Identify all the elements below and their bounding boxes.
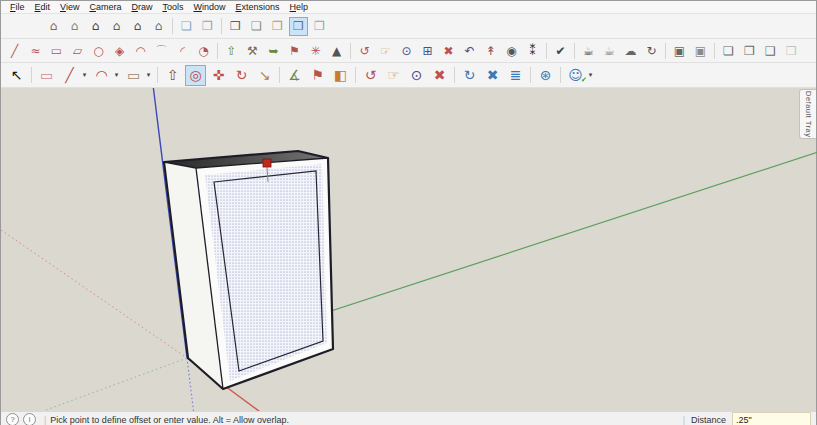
face-style-hidden-line-button[interactable]: ❏ [247,17,266,36]
pan-small-button[interactable]: ☞ [376,41,395,60]
cone-tool-button[interactable]: ▲ [327,41,346,60]
rectangle-tool-button[interactable]: ▭ [123,65,144,86]
menu-draw[interactable]: Draw [126,2,157,12]
menu-tools[interactable]: Tools [157,2,188,12]
face-style-back-edges-button[interactable]: ❐ [198,17,217,36]
rotated-rectangle-sketchy-button[interactable]: ▱ [68,41,87,60]
move-tool-button[interactable]: ✜ [208,65,229,86]
follow-me-sketchy-button[interactable]: ⚒ [243,41,262,60]
scenes-dialog-button[interactable]: ❐ [740,41,759,60]
polygon-sketchy-button[interactable]: ◈ [110,41,129,60]
orbit-tool-button[interactable]: ↺ [360,65,381,86]
component-sync-ext-button[interactable]: ↻ [459,65,480,86]
view-front-button[interactable]: ⌂ [86,17,105,36]
text-tool-button[interactable]: ⚑ [307,65,328,86]
flip-ext-icon: ✖ [487,68,499,82]
zoom-extents-tool-button[interactable]: ✖ [429,65,450,86]
flip-ext-button[interactable]: ✖ [482,65,503,86]
styles-dialog-button[interactable]: ❏ [719,41,738,60]
intersect-ext-button[interactable]: ⊛ [535,65,556,86]
move-tool-icon: ✜ [213,68,225,82]
circle-sketchy-button[interactable]: ○ [89,41,108,60]
rectangle-tool-dropdown[interactable]: ▾ [144,66,153,85]
sign-in-button[interactable]: ☺ [565,65,586,86]
face-style-shaded-textures-button[interactable]: ❒ [289,17,308,36]
line-sketchy-button[interactable]: ╱ [5,41,24,60]
orbit-small-button[interactable]: ↺ [355,41,374,60]
zoom-extents-tool-icon: ✖ [434,68,446,82]
rotated-rectangle-sketchy-icon: ▱ [73,45,82,57]
menu-file[interactable]: File [5,2,30,12]
menu-extensions[interactable]: Extensions [230,2,284,12]
three-point-arc-sketchy-button[interactable]: ◜ [173,41,192,60]
rotate-tool-button[interactable]: ↻ [231,65,252,86]
info-icon[interactable]: i [23,413,36,425]
photo-textures-button[interactable]: ▣ [691,41,710,60]
measurements-box[interactable]: .25" [732,412,811,425]
pie-sketchy-button[interactable]: ◔ [194,41,213,60]
zoom-window-button[interactable]: ⊞ [418,41,437,60]
help-icon[interactable]: ? [6,413,19,425]
tape-measure-tool-button[interactable]: ∡ [284,65,305,86]
face-style-xray-button[interactable]: ❏ [177,17,196,36]
share-model-teapot-icon: ☕ [604,45,615,57]
model-checker-button[interactable]: ✔ [551,41,570,60]
look-around-button[interactable]: ◉ [502,41,521,60]
menu-camera[interactable]: Camera [84,2,126,12]
view-right-button[interactable]: ⌂ [107,17,126,36]
share-model-teapot-button[interactable]: ☕ [600,41,619,60]
view-left-button[interactable]: ⌂ [149,17,168,36]
menu-help[interactable]: Help [285,2,314,12]
offset-tool-button[interactable]: ◎ [185,65,206,86]
zoom-extents-small-button[interactable]: ✖ [439,41,458,60]
toolbar-row3: ↖▭╱▾◠▾▭▾⇧◎✜↻↘∡⚑◧↺☞⊙✖↻✖≣⊛☺▾ [1,63,816,88]
offset-sketchy-button[interactable]: ➥ [264,41,283,60]
modeling-viewport[interactable]: Default Tray [1,88,816,411]
arc-sketchy-button[interactable]: ◠ [131,41,150,60]
push-pull-sketchy-button[interactable]: ⇧ [222,41,241,60]
line-tool-dropdown[interactable]: ▾ [80,66,89,85]
two-point-arc-sketchy-button[interactable]: ⌒ [152,41,171,60]
scale-tool-icon: ↘ [259,68,271,82]
axes-tool-button[interactable]: ✳ [306,41,325,60]
shadows-dialog-button[interactable]: ❑ [761,41,780,60]
view-top-button[interactable]: ⌂ [65,17,84,36]
push-pull-tool-button[interactable]: ⇧ [162,65,183,86]
layer-stack-ext-button[interactable]: ≣ [505,65,526,86]
default-tray-tab[interactable]: Default Tray [799,89,816,139]
paint-bucket-tool-button[interactable]: ◧ [330,65,351,86]
trimble-connect-sync-button[interactable]: ↻ [642,41,661,60]
pan-tool-button[interactable]: ☞ [383,65,404,86]
arc-tool-button[interactable]: ◠ [91,65,112,86]
face-style-monochrome-button[interactable]: ❐ [310,17,329,36]
freehand-sketchy-button[interactable]: ≈ [26,41,45,60]
face-style-wireframe-button[interactable]: ❒ [226,17,245,36]
rectangle-sketchy-button[interactable]: ▭ [47,41,66,60]
zoom-tool-button[interactable]: ⊙ [406,65,427,86]
face-style-shaded-button[interactable]: ❐ [268,17,287,36]
match-photo-button[interactable]: ▣ [670,41,689,60]
line-tool-button[interactable]: ╱ [59,65,80,86]
menu-window[interactable]: Window [188,2,230,12]
scene-canvas[interactable] [1,88,817,411]
toolbar-separator [546,43,547,59]
share-component-cloud-button[interactable]: ☁ [621,41,640,60]
toolbar-row2: ╱≈▭▱○◈◠⌒◜◔⇧⚒➥⚑✳▲↺☞⊙⊞✖↶↟◉⁑✔☕☕☁↻▣▣❏❐❑❒ [1,39,816,63]
position-camera-button[interactable]: ↟ [481,41,500,60]
scale-tool-button[interactable]: ↘ [254,65,275,86]
zoom-previous-button[interactable]: ↶ [460,41,479,60]
zoom-extents-small-icon: ✖ [443,45,453,57]
sign-in-dropdown[interactable]: ▾ [586,66,595,85]
menu-view[interactable]: View [55,2,84,12]
scenes-dialog-icon: ❐ [744,45,755,57]
view-iso-button[interactable]: ⌂ [44,17,63,36]
menu-edit[interactable]: Edit [30,2,56,12]
get-models-teapot-button[interactable]: ☕ [579,41,598,60]
view-back-button[interactable]: ⌂ [128,17,147,36]
walk-button[interactable]: ⁑ [523,41,542,60]
arc-tool-dropdown[interactable]: ▾ [112,66,121,85]
zoom-small-button[interactable]: ⊙ [397,41,416,60]
eraser-tool-button[interactable]: ▭ [36,65,57,86]
text-sketchy-button[interactable]: ⚑ [285,41,304,60]
select-tool-button[interactable]: ↖ [6,65,27,86]
